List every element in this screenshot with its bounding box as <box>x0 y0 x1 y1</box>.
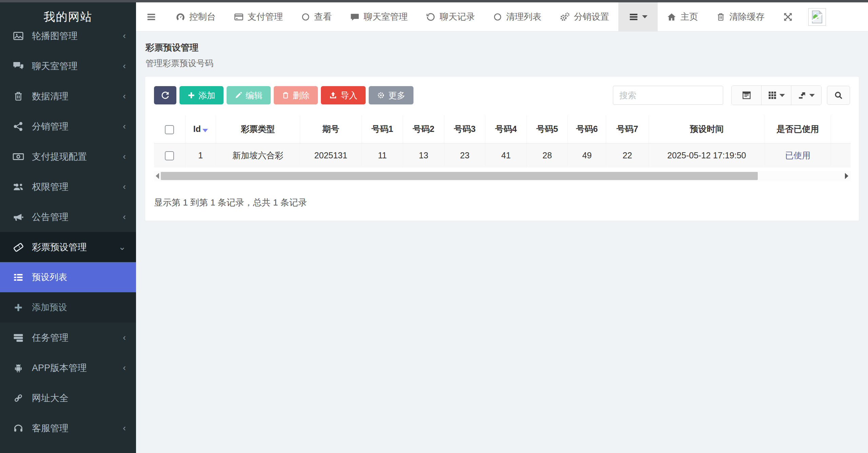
sidebar-item-lottery-preset[interactable]: 彩票预设管理 ⌄ <box>0 232 136 262</box>
cell-num2: 13 <box>403 143 444 168</box>
nav-clear-cache-button[interactable]: 清除缓存 <box>707 2 774 31</box>
money-bill-icon <box>12 150 25 163</box>
settings-gear-button[interactable] <box>832 2 868 31</box>
nav-tab-payment[interactable]: 支付管理 <box>225 2 292 31</box>
col-header-num1[interactable]: 号码1 <box>362 115 403 143</box>
sidebar-item-add-preset[interactable]: 添加预设 <box>0 292 136 322</box>
scrollbar-thumb[interactable] <box>161 172 758 180</box>
col-header-num2[interactable]: 号码2 <box>403 115 444 143</box>
add-button[interactable]: 添加 <box>179 86 224 104</box>
sidebar-item-chatroom[interactable]: 聊天室管理 ‹ <box>0 51 136 81</box>
sidebar-item-tasks[interactable]: 任务管理 ‹ <box>0 322 136 353</box>
nav-home-button[interactable]: 主页 <box>658 2 707 31</box>
sidebar-item-data-clean[interactable]: 数据清理 ‹ <box>0 81 136 111</box>
cell-used-status: 已使用 <box>765 143 831 168</box>
chevron-left-icon: ‹ <box>123 423 126 433</box>
col-header-id[interactable]: Id <box>185 115 216 143</box>
cell-num3: 23 <box>444 143 485 168</box>
more-button-label: 更多 <box>388 90 405 101</box>
sidebar-menu: 轮播图管理 ‹ 聊天室管理 ‹ 数据清理 ‹ 分销管理 ‹ <box>0 21 136 453</box>
topbar-menu-dropdown[interactable] <box>618 2 658 31</box>
refresh-icon <box>161 91 170 100</box>
col-header-num6[interactable]: 号码6 <box>568 115 606 143</box>
col-header-created[interactable]: 创建时间 <box>831 115 851 143</box>
sidebar-item-label: 添加预设 <box>32 301 67 313</box>
nav-tab-chat-history[interactable]: 聊天记录 <box>417 2 484 31</box>
broken-image-icon <box>808 8 826 26</box>
col-header-num4[interactable]: 号码4 <box>485 115 527 143</box>
col-header-issue[interactable]: 期号 <box>300 115 362 143</box>
page-header: 彩票预设管理 管理彩票预设号码 <box>146 42 859 69</box>
chevron-left-icon: ‹ <box>123 121 126 132</box>
more-button[interactable]: 更多 <box>369 86 413 104</box>
horizontal-scrollbar[interactable] <box>154 171 851 181</box>
scroll-left-arrow-icon[interactable] <box>156 173 159 179</box>
credit-card-icon <box>234 12 244 22</box>
user-avatar-button[interactable] <box>802 2 832 31</box>
expand-arrows-icon <box>783 12 793 22</box>
trash-icon <box>282 92 289 99</box>
chevron-left-icon: ‹ <box>123 31 126 41</box>
columns-grid-icon <box>768 91 777 100</box>
export-dropdown-button[interactable] <box>791 86 821 105</box>
sidebar-item-customer-service[interactable]: 客服管理 ‹ <box>0 413 136 443</box>
nav-tab-clean-list[interactable]: 清理列表 <box>484 2 551 31</box>
col-header-num7[interactable]: 号码7 <box>606 115 649 143</box>
sidebar-item-label: 公告管理 <box>32 211 69 223</box>
sort-caret-icon <box>202 129 208 132</box>
sidebar-item-app-version[interactable]: APP版本管理 ‹ <box>0 353 136 383</box>
nav-tab-label: 主页 <box>680 11 698 23</box>
col-header-preset-time[interactable]: 预设时间 <box>649 115 765 143</box>
nav-tab-label: 清除缓存 <box>729 11 765 23</box>
cell-id: 1 <box>185 143 216 168</box>
col-header-used[interactable]: 是否已使用 <box>765 115 831 143</box>
row-checkbox[interactable] <box>165 151 174 160</box>
col-header-num3[interactable]: 号码3 <box>444 115 485 143</box>
sidebar-item-label: 任务管理 <box>32 332 69 344</box>
sidebar-item-websites[interactable]: 网址大全 <box>0 383 136 413</box>
link-icon <box>12 391 25 405</box>
cell-issue: 2025131 <box>300 143 362 168</box>
columns-dropdown-button[interactable] <box>761 86 791 105</box>
nav-tab-dashboard[interactable]: 控制台 <box>167 2 225 31</box>
page-subtitle: 管理彩票预设号码 <box>146 58 859 69</box>
gear-icon <box>377 91 385 99</box>
data-table: Id 彩票类型 期号 号码1 号码2 号码3 号码4 号码5 号码6 号码7 预 <box>154 115 851 168</box>
sidebar-item-preset-list[interactable]: 预设列表 <box>0 262 136 292</box>
table-view-button-group <box>731 85 822 105</box>
import-button[interactable]: 导入 <box>321 86 366 104</box>
nav-tab-chatroom[interactable]: 聊天室管理 <box>341 2 417 31</box>
chevron-left-icon: ‹ <box>123 91 126 101</box>
detail-view-button[interactable] <box>732 86 761 105</box>
sidebar-item-label: APP版本管理 <box>32 362 87 374</box>
sidebar-item-permissions[interactable]: 权限管理 ‹ <box>0 172 136 202</box>
caret-down-icon <box>779 94 785 97</box>
search-input[interactable] <box>613 86 723 105</box>
select-all-checkbox[interactable] <box>165 125 174 134</box>
edit-button[interactable]: 编辑 <box>227 86 271 104</box>
export-icon <box>798 91 807 100</box>
chevron-left-icon: ‹ <box>123 181 126 192</box>
caret-down-icon <box>642 15 648 18</box>
sidebar-item-payment-config[interactable]: 支付提现配置 ‹ <box>0 141 136 172</box>
sidebar-item-clipped[interactable] <box>0 443 136 453</box>
sidebar-item-distribution[interactable]: 分销管理 ‹ <box>0 111 136 141</box>
table-row[interactable]: 1 新加坡六合彩 2025131 11 13 23 41 28 49 22 20 <box>154 143 851 168</box>
delete-button[interactable]: 删除 <box>274 86 318 104</box>
sidebar-item-announcement[interactable]: 公告管理 ‹ <box>0 202 136 232</box>
fullscreen-button[interactable] <box>774 2 802 31</box>
sidebar-toggle-button[interactable] <box>136 2 167 31</box>
sidebar-item-label: 聊天室管理 <box>32 60 78 72</box>
android-icon <box>12 361 25 375</box>
nav-tab-view[interactable]: 查看 <box>292 2 341 31</box>
col-header-lottery-type[interactable]: 彩票类型 <box>216 115 300 143</box>
nav-tab-label: 聊天记录 <box>440 11 475 23</box>
search-toggle-button[interactable] <box>827 86 850 105</box>
panel: 添加 编辑 删除 <box>145 76 859 221</box>
circle-icon <box>493 13 502 21</box>
nav-tab-label: 查看 <box>314 11 332 23</box>
col-header-num5[interactable]: 号码5 <box>526 115 568 143</box>
refresh-button[interactable] <box>154 86 176 104</box>
nav-tab-distribution-settings[interactable]: 分销设置 <box>551 2 618 31</box>
scroll-right-arrow-icon[interactable] <box>845 173 848 179</box>
